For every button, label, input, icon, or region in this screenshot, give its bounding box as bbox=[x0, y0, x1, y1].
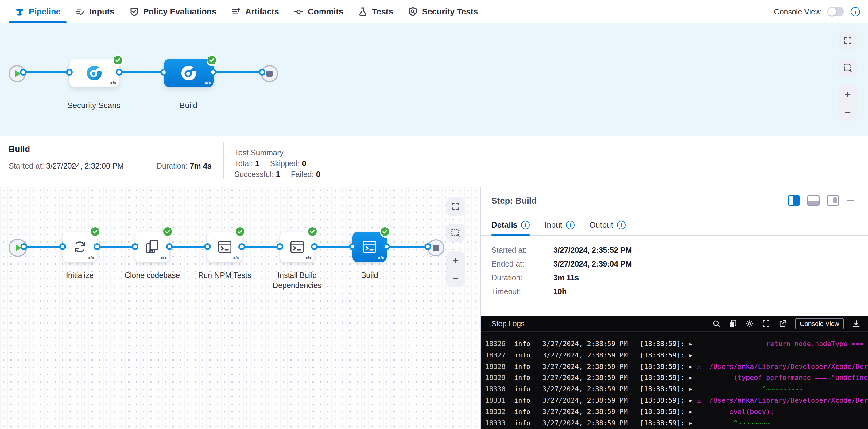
tab-label: Commits bbox=[308, 7, 343, 17]
step-label[interactable]: Install Build Dependencies bbox=[268, 270, 327, 290]
top-nav: Pipeline Inputs Policy Evaluations Artif… bbox=[0, 0, 868, 24]
layout-floating-panel-icon[interactable] bbox=[827, 195, 839, 206]
log-line: 18331info3/27/2024, 2:38:59 PM[18:38:59]… bbox=[481, 395, 868, 406]
info-icon[interactable]: i bbox=[521, 221, 530, 229]
info-icon[interactable]: i bbox=[617, 221, 625, 229]
settings-gear-icon[interactable] bbox=[745, 319, 754, 328]
canvas-fullscreen-button[interactable] bbox=[446, 197, 465, 216]
node-port bbox=[204, 243, 211, 250]
node-port bbox=[277, 243, 283, 250]
log-line: 18332info3/27/2024, 2:38:59 PM[18:38:59]… bbox=[481, 406, 868, 418]
log-level: info bbox=[514, 418, 542, 429]
stage-node-build[interactable]: </> bbox=[164, 59, 214, 87]
tab-output[interactable]: Output i bbox=[589, 220, 625, 235]
log-date: 3/27/2024, 2:38:59 PM bbox=[542, 372, 640, 384]
step-label[interactable]: Clone codebase bbox=[123, 270, 182, 280]
success-badge bbox=[380, 226, 391, 238]
logs-toolbar-actions: Console View bbox=[712, 318, 861, 329]
tab-inputs[interactable]: Inputs bbox=[68, 0, 122, 23]
commit-icon bbox=[294, 7, 304, 17]
detail-value: 3m 11s bbox=[553, 273, 579, 282]
stage-graph-canvas[interactable]: </> Security Scans </> Build bbox=[0, 23, 868, 136]
detail-value: 3/27/2024, 2:35:52 PM bbox=[553, 246, 632, 254]
layout-right-panel-icon[interactable] bbox=[787, 195, 800, 206]
log-lines[interactable]: 18326info3/27/2024, 2:38:59 PM[18:38:59]… bbox=[481, 332, 868, 429]
summary-started: Started at: 3/27/2024, 2:32:00 PM bbox=[9, 161, 124, 171]
terminal-icon bbox=[216, 239, 233, 255]
canvas-fullscreen-button[interactable] bbox=[839, 31, 857, 50]
tab-label: Artifacts bbox=[245, 7, 279, 17]
success-badge bbox=[113, 55, 124, 66]
zoom-out-button[interactable]: − bbox=[839, 103, 857, 121]
stage-node-security-scans[interactable]: </> bbox=[69, 59, 119, 87]
success-badge bbox=[308, 226, 319, 238]
log-date: 3/27/2024, 2:38:59 PM bbox=[542, 395, 640, 406]
log-level: info bbox=[514, 406, 542, 418]
log-line-number: 18333 bbox=[481, 418, 514, 429]
copy-icon[interactable] bbox=[728, 319, 737, 328]
console-view-button[interactable]: Console View bbox=[795, 318, 844, 329]
console-view-toggle[interactable] bbox=[828, 7, 844, 16]
code-icon: </> bbox=[205, 80, 211, 85]
detail-label: Started at: bbox=[491, 246, 527, 254]
tab-label: Input bbox=[545, 220, 562, 230]
successful-value: 1 bbox=[276, 170, 280, 178]
panel-header: Step: Build bbox=[481, 187, 868, 213]
tab-tests[interactable]: Tests bbox=[350, 0, 401, 23]
skipped-label: Skipped: bbox=[270, 159, 300, 168]
open-in-new-icon[interactable] bbox=[778, 319, 787, 328]
search-icon[interactable] bbox=[712, 319, 721, 328]
log-time: [18:38:59]: ▸ bbox=[640, 418, 697, 429]
log-line-number: 18332 bbox=[481, 406, 514, 418]
step-label[interactable]: Build bbox=[340, 270, 399, 280]
stage-label[interactable]: Security Scans bbox=[67, 101, 120, 110]
nav-tabs: Pipeline Inputs Policy Evaluations Artif… bbox=[0, 0, 485, 23]
canvas-select-button[interactable] bbox=[839, 59, 857, 78]
success-badge bbox=[207, 55, 218, 66]
log-line-number: 18327 bbox=[481, 350, 514, 361]
step-logs-title: Step Logs bbox=[491, 319, 525, 328]
step-label[interactable]: Run NPM Tests bbox=[195, 270, 254, 280]
step-logs-toolbar: Step Logs bbox=[481, 316, 868, 332]
started-value: 3/27/2024, 2:32:00 PM bbox=[46, 161, 124, 170]
summary-duration: Duration: 7m 4s bbox=[157, 161, 212, 171]
fullscreen-icon[interactable] bbox=[762, 319, 770, 328]
log-message: ⚠ /Users/anka/Library/Developer/Xcode/De… bbox=[697, 395, 868, 406]
log-line: 18327info3/27/2024, 2:38:59 PM[18:38:59]… bbox=[481, 350, 868, 361]
started-label: Started at: bbox=[9, 161, 44, 170]
tab-pipeline[interactable]: Pipeline bbox=[7, 0, 68, 23]
step-graph-canvas[interactable]: </> Initialize </> Clone codebase bbox=[0, 187, 481, 429]
info-icon[interactable]: i bbox=[566, 221, 575, 229]
zoom-out-button[interactable]: − bbox=[446, 269, 465, 287]
tab-policy-evaluations[interactable]: Policy Evaluations bbox=[122, 0, 224, 23]
node-port bbox=[383, 243, 390, 250]
panel-layout-controls bbox=[787, 195, 855, 206]
detail-row: Started at: 3/27/2024, 2:35:52 PM bbox=[481, 246, 868, 259]
log-level: info bbox=[514, 350, 542, 361]
tab-details[interactable]: Details i bbox=[491, 220, 530, 235]
tab-artifacts[interactable]: Artifacts bbox=[224, 0, 286, 23]
code-icon: </> bbox=[110, 80, 116, 85]
node-port bbox=[349, 243, 356, 250]
zoom-in-button[interactable]: + bbox=[446, 251, 465, 269]
log-line-number: 18331 bbox=[481, 395, 514, 406]
step-label[interactable]: Initialize bbox=[50, 270, 109, 280]
canvas-select-button[interactable] bbox=[446, 223, 465, 242]
download-icon[interactable] bbox=[852, 319, 861, 328]
tab-input[interactable]: Input i bbox=[545, 220, 575, 235]
tab-commits[interactable]: Commits bbox=[286, 0, 351, 23]
info-icon[interactable]: i bbox=[851, 7, 860, 16]
code-icon: </> bbox=[233, 255, 239, 261]
log-message: ^~~~~~~~~~ bbox=[697, 384, 868, 395]
scan-stage-icon bbox=[86, 65, 102, 81]
stage-label[interactable]: Build bbox=[180, 101, 197, 110]
log-time: [18:38:59]: ▸ bbox=[640, 338, 697, 350]
layout-bottom-panel-icon[interactable] bbox=[807, 195, 819, 206]
minimize-panel-icon[interactable] bbox=[846, 200, 855, 202]
code-icon: </> bbox=[305, 255, 311, 261]
tab-security-tests[interactable]: Security Tests bbox=[401, 0, 486, 23]
code-icon: </> bbox=[378, 255, 384, 261]
zoom-in-button[interactable]: + bbox=[839, 85, 857, 103]
pipeline-execution-page: Pipeline Inputs Policy Evaluations Artif… bbox=[0, 0, 868, 429]
flask-icon bbox=[358, 7, 368, 17]
